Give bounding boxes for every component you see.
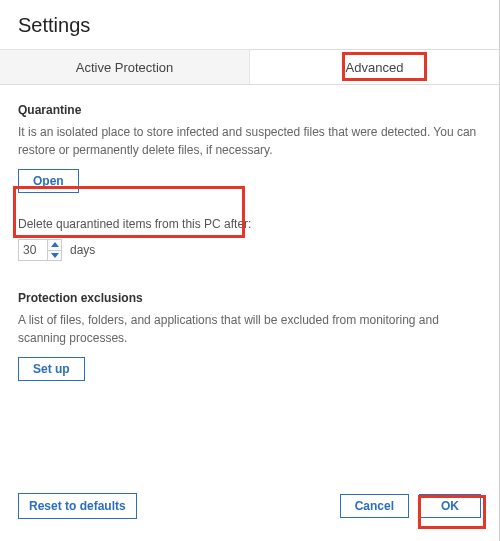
setup-button[interactable]: Set up: [18, 357, 85, 381]
chevron-down-icon: [51, 253, 59, 258]
tabs: Active Protection Advanced: [0, 49, 499, 85]
delete-after-label: Delete quarantined items from this PC af…: [18, 215, 481, 233]
exclusions-desc: A list of files, folders, and applicatio…: [18, 311, 481, 347]
days-stepper: [48, 239, 62, 261]
reset-button[interactable]: Reset to defaults: [18, 493, 137, 519]
footer: Reset to defaults Cancel OK: [0, 485, 499, 541]
tab-label: Active Protection: [76, 60, 174, 75]
stepper-up[interactable]: [48, 240, 61, 251]
tab-advanced[interactable]: Advanced: [250, 49, 499, 84]
quarantine-desc: It is an isolated place to store infecte…: [18, 123, 481, 159]
ok-button[interactable]: OK: [419, 494, 481, 518]
exclusions-title: Protection exclusions: [18, 289, 481, 307]
tab-active-protection[interactable]: Active Protection: [0, 49, 250, 84]
days-unit-label: days: [70, 241, 95, 259]
cancel-button[interactable]: Cancel: [340, 494, 409, 518]
page-title: Settings: [0, 0, 499, 49]
quarantine-section: Quarantine It is an isolated place to st…: [18, 101, 481, 261]
tab-label: Advanced: [346, 60, 404, 75]
days-input[interactable]: [18, 239, 48, 261]
quarantine-title: Quarantine: [18, 101, 481, 119]
open-button[interactable]: Open: [18, 169, 79, 193]
chevron-up-icon: [51, 242, 59, 247]
exclusions-section: Protection exclusions A list of files, f…: [18, 289, 481, 381]
content-panel: Quarantine It is an isolated place to st…: [0, 85, 499, 485]
stepper-down[interactable]: [48, 251, 61, 261]
